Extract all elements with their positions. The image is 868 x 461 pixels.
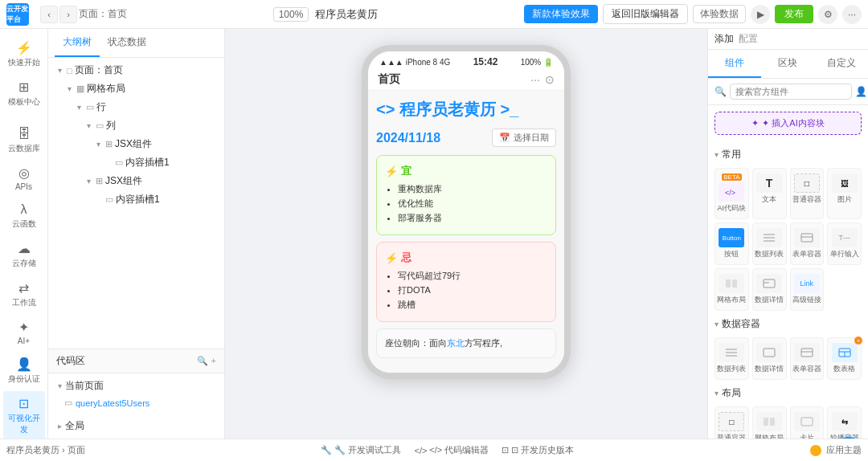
tree-item-jsx1[interactable]: ▾ ⊞ JSX组件: [48, 135, 224, 153]
data-list-label: 数据列表: [755, 249, 784, 259]
layout-section-arrow: ▾: [714, 389, 719, 398]
comp-text[interactable]: T 文本: [752, 168, 787, 219]
sidebar-item-quick-start[interactable]: ⚡ 快速开始: [3, 35, 45, 73]
row-icon: ▭: [86, 102, 94, 112]
tree-settings-icon[interactable]: ⚙: [190, 64, 203, 77]
comp-data-list2[interactable]: 数据列表: [714, 337, 749, 380]
sidebar-item-apis[interactable]: ◎ APIs: [3, 161, 45, 196]
code-editor-button[interactable]: </> </> 代码编辑器: [414, 444, 489, 456]
logo-text: 云开发平台: [6, 4, 29, 25]
tree-item-slot2[interactable]: ▭ 内容插槽1: [48, 190, 224, 209]
phone-nav-dots[interactable]: ···: [530, 73, 540, 86]
publish-button[interactable]: 发布: [775, 5, 813, 23]
comp-single-input[interactable]: T— 单行输入: [827, 222, 862, 265]
sidebar-item-cloud-db[interactable]: 🗄 云数据库: [3, 122, 45, 159]
comp-data-detail[interactable]: 数据详情: [752, 268, 787, 311]
lowcode-icon: ⊡: [18, 396, 29, 411]
new-experience-button[interactable]: 新款体验效果: [524, 5, 598, 23]
ai-code-label: AI代码块: [718, 203, 747, 214]
tab-state[interactable]: 状态数据: [100, 29, 154, 57]
comp-grid2[interactable]: 网格布局: [752, 406, 787, 439]
section-header-layout[interactable]: ▾ 布局: [708, 383, 868, 403]
comp-data-list[interactable]: 数据列表: [752, 222, 787, 265]
comp-ai-code[interactable]: BETA </> AI代码块: [714, 168, 749, 219]
tree-item-slot1[interactable]: ▭ 内容插槽1: [48, 153, 224, 172]
section-header-data[interactable]: ▾ 数据容器: [708, 314, 868, 334]
code-search-icon[interactable]: 🔍: [197, 356, 208, 366]
date-display: 2024/11/18: [376, 131, 440, 145]
settings-icon[interactable]: ⚙: [818, 5, 837, 24]
search-icon: 🔍: [714, 86, 727, 97]
data-dropdown[interactable]: 体验数据: [693, 5, 746, 23]
ai-icon: ✦: [18, 320, 29, 335]
history-button[interactable]: ⊡ ⊡ 开发历史版本: [502, 444, 574, 456]
component-search-input[interactable]: [730, 84, 852, 100]
tree-item-jsx2[interactable]: ▾ ⊞ JSX组件: [48, 172, 224, 190]
global-section-header[interactable]: ▸ 全局: [55, 417, 218, 435]
comp-image[interactable]: 🖼 图片: [827, 168, 862, 219]
text-label: 文本: [762, 194, 776, 205]
tree-arrow-col: ▾: [84, 121, 93, 131]
comp-form2[interactable]: 表单容器: [790, 337, 825, 380]
outline-tree: ▾ □ 页面：首页 ⚙ 🔍 ▾ ▦ 网格布局 ▾ ▭ 行: [48, 58, 224, 349]
nav-back-button[interactable]: ‹: [40, 6, 58, 23]
tab-components[interactable]: 组件: [708, 50, 761, 78]
date-btn-label: 选择日期: [514, 132, 549, 144]
tree-item-row[interactable]: ▾ ▭ 行: [48, 98, 224, 116]
date-picker-button[interactable]: 📅 选择日期: [492, 129, 556, 147]
sidebar-item-cloud-store[interactable]: ☁ 云存储: [3, 236, 45, 274]
comp-data-table[interactable]: 数表格 +: [827, 337, 862, 380]
tree-item-grid[interactable]: ▾ ▦ 网格布局: [48, 80, 224, 98]
phone-nav-title: 首页: [378, 72, 400, 87]
comp-card[interactable]: 卡片: [790, 406, 825, 439]
comp-data-detail2[interactable]: 数据详情: [752, 337, 787, 380]
tab-blocks[interactable]: 区块: [761, 50, 814, 78]
sidebar-label-ai: AI+: [18, 337, 30, 345]
sidebar-item-template[interactable]: ⊞ 模板中心: [3, 75, 45, 112]
top-bar-actions: 新款体验效果 返回旧版编辑器 体验数据 ▶ 发布 ⚙ ···: [524, 4, 862, 24]
ai-insert-button[interactable]: ✦ ✦ 插入AI内容块: [714, 112, 862, 135]
phone-time: 15:42: [473, 56, 498, 67]
tab-custom[interactable]: 自定义: [815, 50, 868, 78]
sidebar-item-lowcode[interactable]: ⊡ 可视化开发: [3, 391, 45, 439]
return-old-editor-button[interactable]: 返回旧版编辑器: [603, 4, 688, 24]
zoom-control[interactable]: 100%: [273, 7, 309, 22]
comp-advanced-link[interactable]: Link 高级链接: [790, 268, 825, 311]
battery-text: 100% 🔋: [521, 58, 553, 67]
comp-container2[interactable]: □ 普通容器: [714, 406, 749, 439]
canvas-area: ▲▲▲ iPhone 8 4G 15:42 100% 🔋 首页 ··· ⊙ <>…: [225, 29, 707, 439]
card-ji: ⚡ 忌 写代码超过79行 打DOTA 跳槽: [376, 242, 556, 322]
data-table-label: 数表格: [833, 364, 855, 374]
sidebar-item-cloud-func[interactable]: λ 云函数: [3, 198, 45, 235]
sidebar-item-ai[interactable]: ✦ AI+: [3, 315, 45, 350]
app-logo: 云开发平台: [6, 3, 29, 26]
comp-container[interactable]: □ 普通容器: [790, 168, 825, 219]
tab-tree[interactable]: 大纲树: [55, 29, 100, 57]
tree-item-col[interactable]: ▾ ▭ 列: [48, 116, 224, 135]
debug-button[interactable]: 🔧 🔧 开发调试工具: [321, 444, 401, 456]
comp-grid[interactable]: 网格布局: [714, 268, 749, 311]
comp-form[interactable]: 表单容器: [790, 222, 825, 265]
code-item-query[interactable]: ▭ queryLatest5Users: [55, 395, 218, 410]
sidebar-item-workflow[interactable]: ⇄ 工作流: [3, 275, 45, 313]
phone-nav-bar: 首页 ··· ⊙: [368, 69, 564, 91]
nav-forward-button[interactable]: ›: [59, 6, 77, 23]
phone-nav-record[interactable]: ⊙: [545, 73, 555, 86]
code-editor-label: </> 代码编辑器: [429, 444, 489, 456]
tree-item-page-home[interactable]: ▾ □ 页面：首页 ⚙ 🔍: [48, 61, 224, 80]
advanced-link-label: 高级链接: [792, 295, 821, 305]
more-icon[interactable]: ···: [842, 5, 862, 24]
bottom-center-actions: 🔧 🔧 开发调试工具 </> </> 代码编辑器 ⊡ ⊡ 开发历史版本: [95, 444, 800, 456]
current-page-section-header[interactable]: ▾ 当前页面: [55, 377, 218, 395]
jsx1-icon: ⊞: [105, 139, 113, 149]
comp-button[interactable]: Button 按钮: [714, 222, 749, 265]
tree-search-icon[interactable]: 🔍: [205, 64, 218, 77]
data-list-icon: [756, 228, 782, 247]
comp-carousel[interactable]: ⇆ 轮播容器: [827, 406, 862, 439]
preview-icon[interactable]: ▶: [751, 5, 770, 24]
sidebar-item-auth[interactable]: 👤 身份认证: [3, 352, 45, 390]
code-add-icon[interactable]: +: [211, 356, 216, 366]
app-title: <> 程序员老黄历 >_: [376, 99, 556, 120]
user-management-icon[interactable]: 👤: [855, 86, 867, 97]
section-header-common[interactable]: ▾ 常用: [708, 145, 868, 165]
